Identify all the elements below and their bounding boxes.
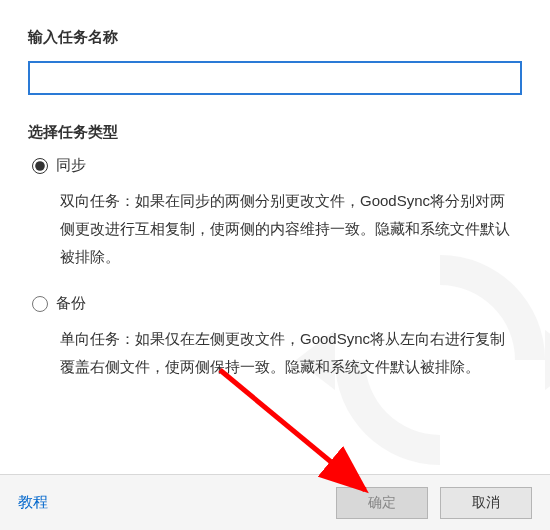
- button-bar: 教程 确定 取消: [0, 474, 550, 530]
- ok-button[interactable]: 确定: [336, 487, 428, 519]
- radio-option-backup[interactable]: 备份: [32, 294, 522, 313]
- radio-option-sync[interactable]: 同步: [32, 156, 522, 175]
- radio-backup-label: 备份: [56, 294, 86, 313]
- radio-sync-label: 同步: [56, 156, 86, 175]
- task-type-label: 选择任务类型: [28, 123, 522, 142]
- backup-description: 单向任务：如果仅在左侧更改文件，GoodSync将从左向右进行复制覆盖右侧文件，…: [32, 325, 522, 381]
- radio-sync[interactable]: [32, 158, 48, 174]
- dialog-content: 输入任务名称 选择任务类型 同步 双向任务：如果在同步的两侧分别更改文件，Goo…: [0, 0, 550, 474]
- cancel-button[interactable]: 取消: [440, 487, 532, 519]
- radio-backup[interactable]: [32, 296, 48, 312]
- task-name-input[interactable]: [28, 61, 522, 95]
- tutorial-link[interactable]: 教程: [18, 493, 48, 512]
- sync-description: 双向任务：如果在同步的两侧分别更改文件，GoodSync将分别对两侧更改进行互相…: [32, 187, 522, 270]
- task-name-label: 输入任务名称: [28, 28, 522, 47]
- task-type-radio-group: 同步 双向任务：如果在同步的两侧分别更改文件，GoodSync将分别对两侧更改进…: [28, 156, 522, 381]
